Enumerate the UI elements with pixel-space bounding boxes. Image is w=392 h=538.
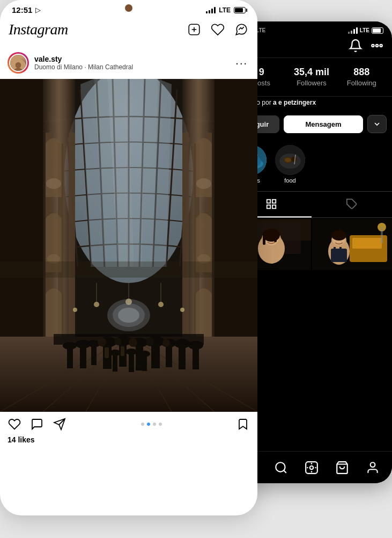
dot-4 xyxy=(159,423,162,426)
grid-photo-2[interactable] xyxy=(312,219,392,270)
post-actions xyxy=(0,412,257,434)
carousel-dots xyxy=(141,423,162,426)
svg-rect-102 xyxy=(272,200,276,203)
share-button[interactable] xyxy=(53,417,66,431)
highlight-food-label: food xyxy=(284,177,295,184)
svg-point-130 xyxy=(310,466,314,469)
like-button[interactable] xyxy=(8,417,21,431)
svg-point-89 xyxy=(372,45,374,47)
signal-bar-3 xyxy=(211,9,213,13)
svg-point-91 xyxy=(380,45,382,47)
highlight-names: a e petzingerx xyxy=(273,99,316,106)
svg-point-131 xyxy=(311,463,313,464)
svg-point-127 xyxy=(276,462,285,471)
messenger-button[interactable] xyxy=(234,22,249,37)
notifications-bell-button[interactable] xyxy=(348,38,363,53)
following-count: 888 xyxy=(337,67,387,78)
add-post-button[interactable] xyxy=(187,22,202,37)
svg-point-98 xyxy=(285,158,291,162)
dark-battery-fill xyxy=(373,28,381,33)
svg-point-90 xyxy=(376,45,378,47)
sig-3 xyxy=(353,29,355,34)
profile-more-button[interactable] xyxy=(369,38,384,53)
dot-2 xyxy=(147,423,150,426)
likes-count: 14 likes xyxy=(0,434,257,448)
svg-point-136 xyxy=(370,462,375,467)
sig-1 xyxy=(348,32,350,34)
dot-3 xyxy=(153,423,156,426)
post-card: vale.sty Duomo di Milano · Milan Cathedr… xyxy=(0,47,257,448)
followers-count: 35,4 mil xyxy=(286,67,336,78)
svg-rect-125 xyxy=(334,247,336,251)
svg-rect-103 xyxy=(272,205,276,208)
nav-shop-button[interactable] xyxy=(332,458,352,477)
svg-rect-114 xyxy=(274,234,277,242)
svg-rect-101 xyxy=(267,200,270,203)
avatar xyxy=(9,54,27,72)
comment-button[interactable] xyxy=(30,417,44,431)
sig-2 xyxy=(351,31,352,34)
svg-line-128 xyxy=(284,470,286,473)
front-phone: 12:51 ▷ LTE Instagram xyxy=(0,0,257,515)
svg-point-133 xyxy=(307,467,308,468)
nav-reels-button[interactable] xyxy=(302,458,321,477)
signal-bar-1 xyxy=(206,11,208,13)
svg-point-99 xyxy=(291,157,297,162)
dark-signal xyxy=(348,27,358,34)
stat-followers[interactable]: 35,4 mil Followers xyxy=(286,67,336,88)
mensagem-button[interactable]: Mensagem xyxy=(284,115,363,133)
nav-profile-button[interactable] xyxy=(363,458,382,477)
lte-label: LTE xyxy=(219,6,231,14)
battery-icon xyxy=(234,7,246,13)
signal-bars xyxy=(206,7,216,13)
following-label: Following xyxy=(347,79,376,87)
notifications-button[interactable] xyxy=(210,22,225,37)
followers-label: Followers xyxy=(297,79,327,87)
post-image xyxy=(0,79,257,412)
dark-status-right: LTE xyxy=(348,27,383,34)
svg-point-123 xyxy=(331,230,346,241)
stat-following[interactable]: 888 Following xyxy=(337,67,387,88)
more-options-button[interactable] xyxy=(367,115,387,133)
instagram-header: Instagram xyxy=(0,17,257,45)
dot-1 xyxy=(141,423,144,426)
svg-point-134 xyxy=(315,467,316,468)
post-header: vale.sty Duomo di Milano · Milan Cathedr… xyxy=(0,47,257,79)
svg-rect-126 xyxy=(339,247,342,251)
svg-point-132 xyxy=(311,471,313,472)
signal-bar-4 xyxy=(214,7,216,13)
svg-rect-104 xyxy=(267,205,270,208)
avatar-image xyxy=(10,55,26,71)
svg-rect-117 xyxy=(352,238,382,249)
svg-rect-86 xyxy=(0,79,257,412)
post-more-button[interactable]: ··· xyxy=(233,55,250,71)
save-button[interactable] xyxy=(236,417,250,431)
post-username[interactable]: vale.sty xyxy=(34,55,133,63)
dark-battery xyxy=(372,27,383,34)
post-location: Duomo di Milano · Milan Cathedral xyxy=(34,63,133,71)
signal-bar-2 xyxy=(209,10,210,13)
instagram-logo: Instagram xyxy=(9,21,68,38)
status-icons-front: LTE xyxy=(206,6,246,14)
avatar-ring[interactable] xyxy=(8,52,29,74)
status-time-front: 12:51 xyxy=(12,5,32,14)
svg-rect-113 xyxy=(263,234,265,245)
svg-rect-119 xyxy=(381,227,383,243)
battery-fill xyxy=(235,8,243,12)
navigation-icon: ▷ xyxy=(35,6,41,14)
nav-search-button[interactable] xyxy=(271,458,291,477)
post-info: vale.sty Duomo di Milano · Milan Cathedr… xyxy=(34,55,133,71)
sig-4 xyxy=(356,27,358,34)
action-left xyxy=(8,417,66,431)
highlight-food[interactable]: food xyxy=(275,145,305,184)
svg-rect-124 xyxy=(331,249,347,262)
highlight-circle-food xyxy=(275,145,305,175)
post-user: vale.sty Duomo di Milano · Milan Cathedr… xyxy=(8,52,133,74)
tab-tagged[interactable] xyxy=(312,192,392,217)
dark-lte-label: LTE xyxy=(360,27,369,33)
header-icons xyxy=(187,22,249,37)
svg-point-4 xyxy=(16,62,21,68)
